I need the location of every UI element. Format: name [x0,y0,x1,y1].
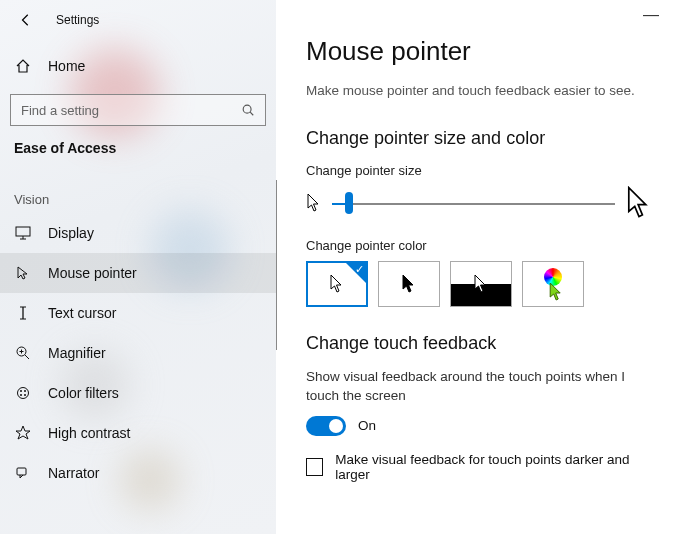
svg-point-0 [243,105,251,113]
sidebar-item-label: Mouse pointer [48,265,137,281]
pointer-size-label: Change pointer size [306,163,653,178]
sidebar-item-magnifier[interactable]: Magnifier [0,333,276,373]
magnifier-icon [14,345,32,361]
darker-larger-checkbox[interactable] [306,458,323,476]
svg-line-9 [25,355,29,359]
back-button[interactable] [14,8,38,32]
pointer-icon [14,265,32,281]
check-icon: ✓ [355,263,364,276]
group-heading-vision: Vision [0,164,276,213]
sidebar: Settings Home Ease of Access Vision Disp… [0,0,276,534]
toggle-state-label: On [358,418,376,433]
svg-point-12 [18,388,29,399]
high-contrast-icon [14,425,32,441]
category-heading: Ease of Access [0,126,276,164]
search-icon [241,103,255,117]
narrator-icon [14,465,32,481]
color-filters-icon [14,385,32,401]
small-cursor-icon [306,193,322,213]
page-subtitle: Make mouse pointer and touch feedback ea… [306,83,653,98]
pointer-color-inverted[interactable] [450,261,512,307]
sidebar-item-label: Magnifier [48,345,106,361]
text-cursor-icon [14,305,32,321]
sidebar-item-label: Display [48,225,94,241]
home-label: Home [48,58,85,74]
minimize-button[interactable]: — [643,6,659,24]
sidebar-item-narrator[interactable]: Narrator [0,453,276,493]
search-box[interactable] [10,94,266,126]
svg-point-15 [20,394,22,396]
page-title: Mouse pointer [306,36,653,67]
svg-point-16 [24,394,26,396]
svg-line-1 [250,112,253,115]
svg-rect-17 [17,468,26,475]
sidebar-item-color-filters[interactable]: Color filters [0,373,276,413]
search-input[interactable] [21,103,241,118]
display-icon [14,226,32,240]
home-nav[interactable]: Home [0,46,276,86]
pointer-size-slider[interactable] [332,193,615,213]
svg-rect-2 [16,227,30,236]
home-icon [14,58,32,74]
svg-point-14 [24,390,26,392]
sidebar-item-label: Narrator [48,465,99,481]
sidebar-item-display[interactable]: Display [0,213,276,253]
pointer-color-custom[interactable] [522,261,584,307]
touch-feedback-description: Show visual feedback around the touch po… [306,368,653,406]
darker-larger-label: Make visual feedback for touch points da… [335,452,653,482]
section-touch-feedback: Change touch feedback [306,333,653,354]
sidebar-item-high-contrast[interactable]: High contrast [0,413,276,453]
sidebar-item-text-cursor[interactable]: Text cursor [0,293,276,333]
large-cursor-icon [625,186,653,220]
sidebar-item-label: Color filters [48,385,119,401]
pointer-color-white[interactable]: ✓ [306,261,368,307]
section-size-color: Change pointer size and color [306,128,653,149]
app-title: Settings [56,13,99,27]
sidebar-item-label: High contrast [48,425,130,441]
svg-point-13 [20,390,22,392]
sidebar-item-label: Text cursor [48,305,116,321]
sidebar-item-mouse-pointer[interactable]: Mouse pointer [0,253,276,293]
pointer-color-black[interactable] [378,261,440,307]
main-content: — Mouse pointer Make mouse pointer and t… [276,0,677,534]
pointer-color-label: Change pointer color [306,238,653,253]
touch-feedback-toggle[interactable] [306,416,346,436]
